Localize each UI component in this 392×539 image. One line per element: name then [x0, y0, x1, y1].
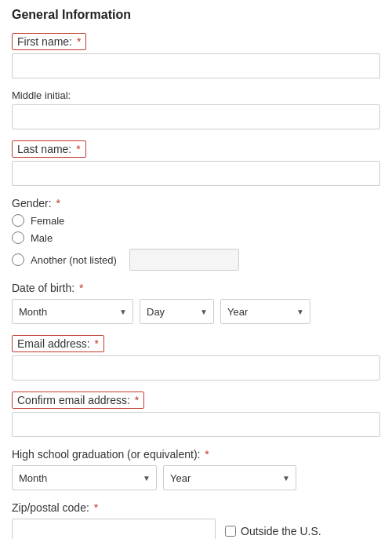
- first-name-input[interactable]: [12, 53, 380, 78]
- first-name-label: First name: *: [12, 33, 86, 50]
- zip-label: Zip/postal code: *: [12, 501, 380, 514]
- grad-year-wrapper: Year 202520242023 202220212020 201920182…: [163, 465, 296, 490]
- first-name-group: First name: *: [12, 33, 380, 78]
- middle-initial-input[interactable]: [12, 104, 380, 129]
- grad-month-wrapper: Month JanuaryFebruaryMarch AprilMayJune …: [12, 465, 157, 490]
- email-input[interactable]: [12, 355, 380, 381]
- graduation-label: High school graduation (or equivalent): …: [12, 448, 380, 461]
- gender-male-radio[interactable]: [12, 231, 24, 244]
- grad-year-select[interactable]: Year 202520242023 202220212020 201920182…: [163, 465, 296, 490]
- gender-label: Gender: *: [12, 197, 380, 209]
- zip-row: Outside the U.S.: [12, 519, 380, 539]
- grad-month-select[interactable]: Month JanuaryFebruaryMarch AprilMayJune …: [12, 465, 157, 490]
- gender-male-label: Male: [31, 232, 53, 244]
- confirm-email-label: Confirm email address: *: [12, 392, 144, 409]
- section-title: General Information: [12, 8, 380, 22]
- gender-another-input[interactable]: [129, 249, 239, 271]
- dob-day-select[interactable]: Day 1234 5678 9101112 13141516 17181920 …: [140, 299, 214, 324]
- middle-initial-group: Middle initial:: [12, 89, 380, 129]
- gender-group: Gender: * Female Male Another (not liste…: [12, 197, 380, 271]
- required-indicator: *: [74, 35, 81, 48]
- outside-us-checkbox[interactable]: [225, 526, 236, 537]
- gender-male-option: Male: [12, 231, 380, 244]
- required-indicator: *: [132, 394, 139, 406]
- gender-another-option: Another (not listed): [12, 249, 380, 271]
- last-name-input[interactable]: [12, 161, 380, 186]
- dob-group: Date of birth: * Month JanuaryFebruaryMa…: [12, 282, 380, 324]
- last-name-group: Last name: *: [12, 140, 380, 186]
- required-indicator: *: [201, 448, 209, 461]
- dob-year-wrapper: Year 200520042003 200220012000 199919981…: [220, 299, 310, 324]
- gender-another-label: Another (not listed): [31, 254, 117, 266]
- confirm-email-group: Confirm email address: *: [12, 392, 380, 437]
- dob-month-wrapper: Month JanuaryFebruaryMarch AprilMayJune …: [12, 299, 133, 324]
- graduation-group: High school graduation (or equivalent): …: [12, 448, 380, 490]
- zip-group: Zip/postal code: * Outside the U.S.: [12, 501, 380, 539]
- dob-label: Date of birth: *: [12, 282, 380, 294]
- outside-us-label: Outside the U.S.: [241, 525, 321, 537]
- gender-female-radio[interactable]: [12, 214, 24, 227]
- dob-row: Month JanuaryFebruaryMarch AprilMayJune …: [12, 299, 380, 324]
- outside-us-container: Outside the U.S.: [225, 525, 321, 537]
- gender-female-label: Female: [31, 215, 64, 227]
- dob-day-wrapper: Day 1234 5678 9101112 13141516 17181920 …: [140, 299, 214, 324]
- dob-year-select[interactable]: Year 200520042003 200220012000 199919981…: [220, 299, 310, 324]
- dob-month-select[interactable]: Month JanuaryFebruaryMarch AprilMayJune …: [12, 299, 133, 324]
- graduation-row: Month JanuaryFebruaryMarch AprilMayJune …: [12, 465, 380, 490]
- confirm-email-input[interactable]: [12, 412, 380, 437]
- last-name-label: Last name: *: [12, 140, 86, 158]
- email-group: Email address: *: [12, 335, 380, 381]
- required-indicator: *: [76, 282, 83, 294]
- required-indicator: *: [73, 143, 80, 155]
- gender-female-option: Female: [12, 214, 380, 227]
- required-indicator: *: [91, 501, 98, 514]
- email-label: Email address: *: [12, 335, 104, 352]
- required-indicator: *: [92, 337, 99, 350]
- middle-initial-label: Middle initial:: [12, 89, 380, 101]
- required-indicator: *: [53, 197, 60, 209]
- gender-another-radio[interactable]: [12, 253, 24, 266]
- zip-input[interactable]: [12, 519, 216, 539]
